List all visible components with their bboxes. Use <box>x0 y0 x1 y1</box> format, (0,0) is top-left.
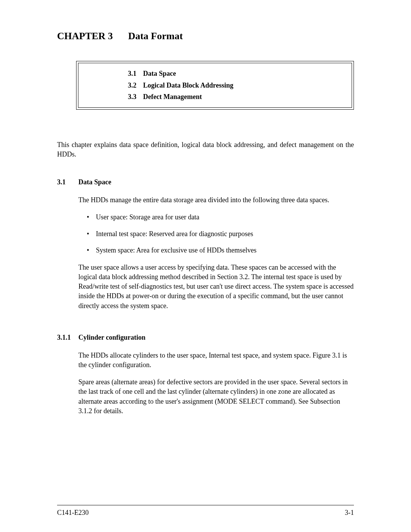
footer-rule <box>57 505 354 505</box>
list-item: System space: Area for exclusive use of … <box>87 246 354 255</box>
page-footer: C141-E230 3-1 <box>57 509 354 517</box>
chapter-title: CHAPTER 3Data Format <box>57 30 354 42</box>
body-paragraph: Spare areas (alternate areas) for defect… <box>78 377 354 416</box>
subsection-title: Cylinder configuration <box>78 334 145 341</box>
chapter-number: CHAPTER 3 <box>57 30 113 42</box>
toc-title: Logical Data Block Addressing <box>143 81 233 89</box>
body-paragraph: The user space allows a user access by s… <box>78 263 354 311</box>
toc-entry: 3.1Data Space <box>128 68 344 80</box>
subsection-body: The HDDs allocate cylinders to the user … <box>78 351 354 416</box>
toc-number: 3.1 <box>128 68 143 80</box>
body-paragraph: The HDDs allocate cylinders to the user … <box>78 351 354 370</box>
list-item: Internal test space: Reserved area for d… <box>87 229 354 239</box>
subsection-heading: 3.1.1Cylinder configuration <box>57 334 354 342</box>
body-paragraph: The HDDs manage the entire data storage … <box>78 195 354 205</box>
section-heading: 3.1Data Space <box>57 178 354 186</box>
section-body: The HDDs manage the entire data storage … <box>78 195 354 311</box>
intro-paragraph: This chapter explains data space definit… <box>57 140 354 159</box>
document-page: CHAPTER 3Data Format 3.1Data Space 3.2Lo… <box>0 0 411 532</box>
toc-box-outer: 3.1Data Space 3.2Logical Data Block Addr… <box>76 61 354 110</box>
toc-title: Defect Management <box>143 93 202 101</box>
section-number: 3.1 <box>57 178 78 186</box>
toc-entry: 3.3Defect Management <box>128 91 344 103</box>
toc-number: 3.2 <box>128 80 143 91</box>
toc-entry: 3.2Logical Data Block Addressing <box>128 80 344 91</box>
footer-left: C141-E230 <box>57 509 89 517</box>
footer-right: 3-1 <box>345 509 354 517</box>
toc-title: Data Space <box>143 70 176 77</box>
toc-box-inner: 3.1Data Space 3.2Logical Data Block Addr… <box>78 63 352 108</box>
subsection-number: 3.1.1 <box>57 334 78 342</box>
chapter-name: Data Format <box>128 30 183 42</box>
bullet-list: User space: Storage area for user data I… <box>78 212 354 255</box>
toc-number: 3.3 <box>128 91 143 103</box>
list-item: User space: Storage area for user data <box>87 212 354 222</box>
section-title: Data Space <box>78 178 112 186</box>
